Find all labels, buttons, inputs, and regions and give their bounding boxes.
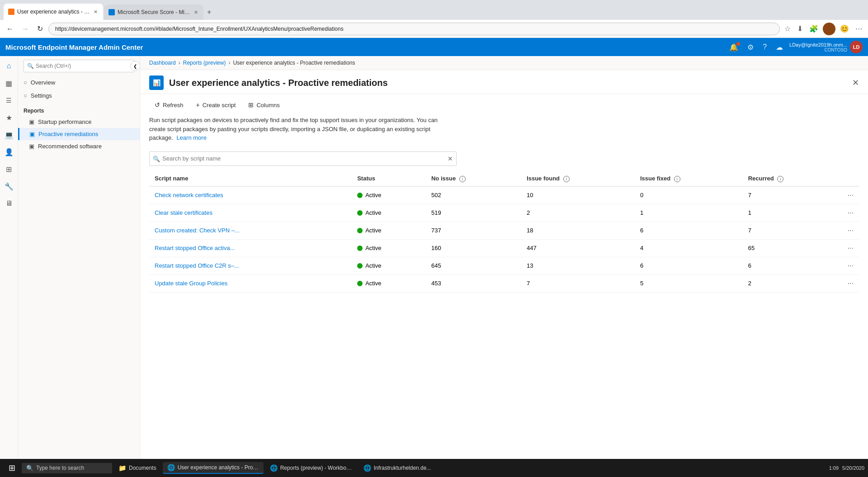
help-button[interactable]: ? xyxy=(760,41,769,53)
recommended-nav-label: Recommended software xyxy=(38,143,102,150)
no-issue-info-icon[interactable]: i xyxy=(459,176,466,182)
search-clear-button[interactable]: ✕ xyxy=(448,155,453,162)
nav-collapse-button[interactable]: ❮ xyxy=(130,61,140,71)
status-cell: Active xyxy=(357,280,420,287)
search-icon-inner: 🔍 xyxy=(153,155,160,162)
status-dot xyxy=(357,193,363,198)
col-status: Status xyxy=(352,171,426,186)
reload-button[interactable]: ↻ xyxy=(34,23,46,35)
row-actions-cell: ··· xyxy=(841,239,859,257)
home-icon-btn[interactable]: ⌂ xyxy=(1,58,17,74)
emoji-button[interactable]: 😊 xyxy=(838,23,851,35)
status-label: Active xyxy=(365,209,381,216)
nav-item-overview[interactable]: ○ Overview xyxy=(18,76,140,89)
issue-found-cell: 447 xyxy=(521,239,635,257)
script-name-link[interactable]: Update stale Group Policies xyxy=(155,280,227,287)
issue-found-info-icon[interactable]: i xyxy=(563,176,570,182)
user-info: LDay@Ignite2019h.onm... CONTOSO xyxy=(789,42,847,52)
address-input[interactable] xyxy=(48,23,780,35)
overview-icon: ○ xyxy=(24,79,27,86)
bookmark-button[interactable]: ☆ xyxy=(783,23,793,35)
sidebar-icons: ⌂ ▦ ☰ ★ 💻 👤 ⊞ 🔧 🖥 xyxy=(0,56,18,459)
learn-more-link[interactable]: Learn more xyxy=(176,134,206,141)
address-bar-row: ← → ↻ ☆ ⬇ 🧩 😊 ⋯ xyxy=(0,20,868,38)
new-tab-button[interactable]: + xyxy=(203,5,215,20)
tab-close-active[interactable]: ✕ xyxy=(94,9,98,15)
refresh-label: Refresh xyxy=(163,102,184,109)
notification-button[interactable]: 🔔 xyxy=(726,41,741,53)
content-area: Dashboard › Reports (preview) › User exp… xyxy=(140,56,868,459)
app-header: Microsoft Endpoint Manager Admin Center … xyxy=(0,38,868,56)
tab-active[interactable]: User experience analytics - Proa... ✕ xyxy=(4,4,103,20)
user-section[interactable]: LDay@Ignite2019h.onm... CONTOSO LD xyxy=(789,41,863,53)
columns-button[interactable]: ⊞ Columns xyxy=(243,99,285,111)
recommended-nav-icon: ▣ xyxy=(29,143,34,150)
extensions-button[interactable]: 🧩 xyxy=(807,23,820,35)
recurred-info-icon[interactable]: i xyxy=(777,176,783,182)
create-script-button[interactable]: + Create script xyxy=(191,99,241,111)
row-ellipsis-button[interactable]: ··· xyxy=(845,226,856,236)
back-button[interactable]: ← xyxy=(4,23,16,35)
nav-search-icon: 🔍 xyxy=(27,63,34,69)
status-dot xyxy=(357,281,363,286)
users-icon-btn[interactable]: 👤 xyxy=(1,144,17,160)
issue-fixed-info-icon[interactable]: i xyxy=(674,176,680,182)
tab-close-inactive[interactable]: ✕ xyxy=(194,9,198,15)
issue-fixed-cell: 1 xyxy=(635,204,743,222)
nav-sub-recommended[interactable]: ▣ Recommended software xyxy=(18,140,140,152)
row-ellipsis-button[interactable]: ··· xyxy=(845,190,856,200)
no-issue-cell: 519 xyxy=(426,204,521,222)
row-ellipsis-button[interactable]: ··· xyxy=(845,261,856,271)
col-no-issue: No issue i xyxy=(426,171,521,186)
script-name-link[interactable]: Custom created: Check VPN –... xyxy=(155,227,240,234)
status-dot xyxy=(357,228,363,233)
status-label: Active xyxy=(365,262,381,269)
no-issue-cell: 737 xyxy=(426,222,521,239)
table-row: Check network certificates Active 502 10… xyxy=(149,186,859,204)
app-header-title: Microsoft Endpoint Manager Admin Center xyxy=(5,43,721,51)
breadcrumb-dashboard[interactable]: Dashboard xyxy=(149,60,176,66)
no-issue-cell: 160 xyxy=(426,239,521,257)
monitor-icon-btn[interactable]: 🖥 xyxy=(1,195,17,212)
row-ellipsis-button[interactable]: ··· xyxy=(845,208,856,218)
tab-inactive[interactable]: Microsoft Secure Score - Micros... ✕ xyxy=(104,5,203,20)
script-name-link[interactable]: Clear stale certificates xyxy=(155,209,212,216)
nav-item-settings[interactable]: ○ Settings xyxy=(18,89,140,102)
cloud-button[interactable]: ☁ xyxy=(773,41,786,53)
download-button[interactable]: ⬇ xyxy=(795,23,805,35)
dashboard-icon-btn[interactable]: ▦ xyxy=(1,75,17,91)
breadcrumb-current: User experience analytics - Proactive re… xyxy=(233,60,355,66)
col-issue-found: Issue found i xyxy=(521,171,635,186)
page-header: 📊 User experience analytics - Proactive … xyxy=(140,70,868,94)
page-icon: 📊 xyxy=(149,76,164,90)
row-ellipsis-button[interactable]: ··· xyxy=(845,279,856,288)
settings-nav-icon: ○ xyxy=(24,92,27,99)
user-profile-avatar[interactable] xyxy=(823,23,835,35)
nav-sub-proactive[interactable]: ▣ Proactive remediations xyxy=(18,128,140,140)
refresh-button[interactable]: ↺ Refresh xyxy=(149,99,189,111)
more-browser-button[interactable]: ⋯ xyxy=(854,23,864,35)
nav-sub-startup[interactable]: ▣ Startup performance xyxy=(18,116,140,128)
script-name-link[interactable]: Restart stopped Office activa... xyxy=(155,245,235,251)
refresh-icon: ↺ xyxy=(155,101,160,109)
nav-search-input[interactable] xyxy=(24,60,134,72)
row-ellipsis-button[interactable]: ··· xyxy=(845,243,856,253)
forward-button[interactable]: → xyxy=(19,23,32,35)
search-input[interactable] xyxy=(149,151,457,166)
devices-icon-btn[interactable]: 💻 xyxy=(1,127,17,143)
col-issue-fixed: Issue fixed i xyxy=(635,171,743,186)
menu-icon-btn[interactable]: ☰ xyxy=(1,92,17,109)
settings-nav-label: Settings xyxy=(31,92,52,99)
star-icon-btn[interactable]: ★ xyxy=(1,109,17,126)
user-avatar[interactable]: LD xyxy=(850,41,863,53)
wrench-icon-btn[interactable]: 🔧 xyxy=(1,178,17,194)
search-wrap: 🔍 ✕ xyxy=(149,151,457,166)
script-name-link[interactable]: Check network certificates xyxy=(155,192,223,198)
status-dot xyxy=(357,263,363,269)
settings-button[interactable]: ⚙ xyxy=(745,41,756,53)
apps-icon-btn[interactable]: ⊞ xyxy=(1,161,17,177)
page-close-button[interactable]: ✕ xyxy=(852,78,859,88)
table-row: Custom created: Check VPN –... Active 73… xyxy=(149,222,859,239)
script-name-link[interactable]: Restart stopped Office C2R s–... xyxy=(155,262,239,269)
breadcrumb-reports[interactable]: Reports (preview) xyxy=(183,60,226,66)
